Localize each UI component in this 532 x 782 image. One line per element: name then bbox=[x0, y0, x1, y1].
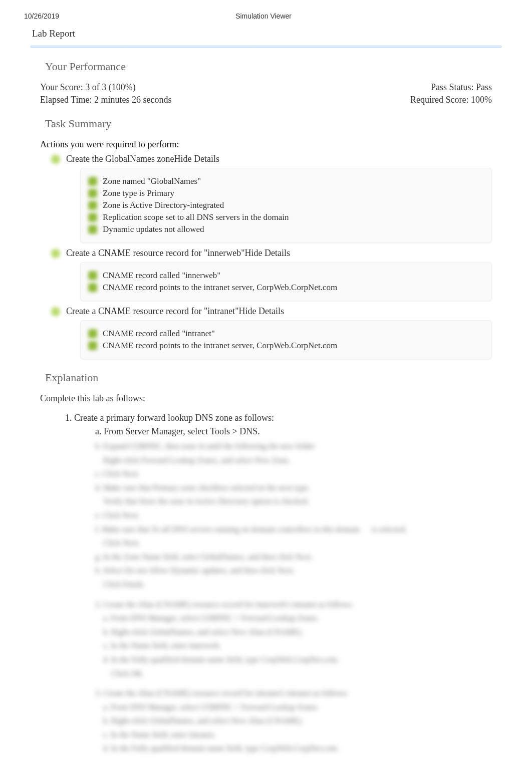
hide-details-toggle[interactable]: Hide Details bbox=[245, 248, 290, 258]
detail-row: CNAME record points to the intranet serv… bbox=[88, 283, 484, 293]
detail-text: Zone type is Primary bbox=[103, 188, 174, 198]
check-icon bbox=[88, 329, 98, 339]
detail-text: CNAME record points to the intranet serv… bbox=[103, 283, 337, 293]
task-title: Create the GlobalNames zone bbox=[66, 154, 174, 164]
pass-status: Pass Status: Pass bbox=[431, 82, 492, 93]
hide-details-toggle[interactable]: Hide Details bbox=[239, 306, 284, 316]
detail-text: CNAME record called "intranet" bbox=[103, 329, 215, 339]
detail-row: Zone named "GlobalNames" bbox=[88, 176, 484, 186]
check-icon bbox=[50, 248, 61, 259]
task-details-box: CNAME record called "intranet" CNAME rec… bbox=[80, 320, 492, 359]
task-details-box: CNAME record called "innerweb" CNAME rec… bbox=[80, 262, 492, 301]
detail-row: Dynamic updates not allowed bbox=[88, 224, 484, 234]
blurred-content: b. Expand CORPDC, then zone in until the… bbox=[95, 440, 492, 755]
detail-text: Replication scope set to all DNS servers… bbox=[103, 212, 289, 222]
detail-text: Dynamic updates not allowed bbox=[103, 224, 204, 234]
page-date: 10/26/2019 bbox=[24, 12, 59, 20]
check-icon bbox=[88, 283, 98, 293]
check-icon bbox=[88, 176, 98, 186]
detail-row: Replication scope set to all DNS servers… bbox=[88, 212, 484, 222]
check-icon bbox=[50, 154, 61, 165]
task-title: Create a CNAME resource record for "inne… bbox=[66, 248, 245, 258]
check-icon bbox=[88, 341, 98, 351]
explanation-heading: Explanation bbox=[45, 371, 492, 384]
step-1a: a. From Server Manager, select Tools > D… bbox=[95, 426, 492, 437]
elapsed-time: Elapsed Time: 2 minutes 26 seconds bbox=[40, 95, 172, 105]
detail-row: CNAME record called "intranet" bbox=[88, 329, 484, 339]
required-score: Required Score: 100% bbox=[410, 95, 492, 105]
explanation-intro: Complete this lab as follows: bbox=[40, 393, 492, 404]
task-details-box: Zone named "GlobalNames" Zone type is Pr… bbox=[80, 168, 492, 243]
detail-row: Zone is Active Directory-integrated bbox=[88, 200, 484, 210]
detail-row: CNAME record called "innerweb" bbox=[88, 271, 484, 281]
page-title: Simulation Viewer bbox=[59, 12, 468, 20]
check-icon bbox=[50, 306, 61, 317]
task-title: Create a CNAME resource record for "intr… bbox=[66, 306, 239, 316]
detail-row: CNAME record points to the intranet serv… bbox=[88, 341, 484, 351]
actions-required-label: Actions you were required to perform: bbox=[40, 139, 492, 150]
check-icon bbox=[88, 224, 98, 234]
task-summary-heading: Task Summary bbox=[45, 117, 492, 130]
detail-text: CNAME record called "innerweb" bbox=[103, 271, 220, 281]
check-icon bbox=[88, 212, 98, 222]
hide-details-toggle[interactable]: Hide Details bbox=[174, 154, 219, 164]
task-row: Create the GlobalNames zoneHide Details bbox=[50, 154, 492, 165]
performance-heading: Your Performance bbox=[45, 60, 492, 73]
check-icon bbox=[88, 200, 98, 210]
detail-text: CNAME record points to the intranet serv… bbox=[103, 341, 337, 351]
step-1: 1. Create a primary forward lookup DNS z… bbox=[65, 413, 492, 423]
check-icon bbox=[88, 188, 98, 198]
score-label: Your Score: 3 of 3 (100%) bbox=[40, 82, 136, 93]
lab-report-heading: Lab Report bbox=[0, 24, 532, 45]
detail-text: Zone is Active Directory-integrated bbox=[103, 200, 224, 210]
detail-row: Zone type is Primary bbox=[88, 188, 484, 198]
divider-bar bbox=[30, 45, 502, 48]
detail-text: Zone named "GlobalNames" bbox=[103, 176, 201, 186]
task-row: Create a CNAME resource record for "inne… bbox=[50, 248, 492, 259]
check-icon bbox=[88, 271, 98, 281]
task-row: Create a CNAME resource record for "intr… bbox=[50, 306, 492, 317]
